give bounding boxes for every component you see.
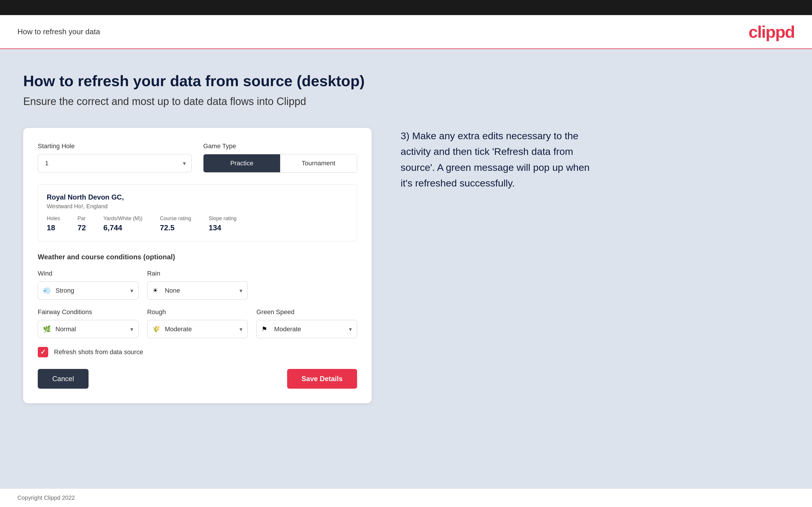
logo: clippd [749, 22, 795, 42]
fairway-label: Fairway Conditions [38, 308, 139, 316]
tournament-button[interactable]: Tournament [280, 154, 357, 172]
yards-value: 6,744 [103, 223, 143, 232]
green-speed-select[interactable]: Moderate Slow Fast [256, 320, 357, 338]
course-rating-value: 72.5 [160, 223, 191, 232]
rough-select[interactable]: Moderate Light Heavy [147, 320, 248, 338]
course-rating-label: Course rating [160, 216, 191, 222]
game-type-label: Game Type [203, 143, 357, 150]
refresh-checkbox-label: Refresh shots from data source [54, 348, 143, 356]
holes-label: Holes [47, 216, 60, 222]
header-bar: How to refresh your data clippd [0, 15, 812, 49]
rain-label: Rain [147, 270, 248, 277]
starting-hole-group: Starting Hole 1 2 10 ▾ [38, 143, 192, 173]
slope-rating: Slope rating 134 [209, 216, 237, 232]
slope-rating-value: 134 [209, 223, 237, 232]
yards-label: Yards/White (M)) [103, 216, 143, 222]
empty-slot [256, 270, 357, 300]
course-stats: Holes 18 Par 72 Yards/White (M)) 6,744 [47, 216, 348, 232]
footer: Copyright Clippd 2022 [0, 489, 812, 507]
course-par: Par 72 [78, 216, 86, 232]
footer-copyright: Copyright Clippd 2022 [17, 495, 75, 501]
conditions-row: Fairway Conditions 🌿 Normal Soft Firm ▾ [38, 308, 357, 338]
game-type-group: Game Type Practice Tournament [203, 143, 357, 173]
weather-rain-row: Wind 💨 Strong Calm Moderate ▾ Rai [38, 270, 357, 300]
top-bar [0, 0, 812, 15]
wind-label: Wind [38, 270, 139, 277]
form-card: Starting Hole 1 2 10 ▾ Game Type [23, 128, 371, 403]
rough-label: Rough [147, 308, 248, 316]
course-name: Royal North Devon GC, [47, 193, 348, 201]
practice-button[interactable]: Practice [204, 154, 280, 172]
wind-select[interactable]: Strong Calm Moderate [38, 281, 139, 300]
weather-section-title: Weather and course conditions (optional) [38, 253, 357, 261]
starting-hole-select[interactable]: 1 2 10 [38, 154, 192, 172]
rough-select-wrapper[interactable]: 🌾 Moderate Light Heavy ▾ [147, 320, 248, 338]
refresh-checkbox[interactable]: ✓ [38, 347, 48, 357]
par-label: Par [78, 216, 86, 222]
fairway-select-wrapper[interactable]: 🌿 Normal Soft Firm ▾ [38, 320, 139, 338]
course-holes: Holes 18 [47, 216, 60, 232]
holes-value: 18 [47, 223, 60, 232]
content-area: Starting Hole 1 2 10 ▾ Game Type [23, 128, 789, 403]
green-speed-select-wrapper[interactable]: ⚑ Moderate Slow Fast ▾ [256, 320, 357, 338]
green-speed-group: Green Speed ⚑ Moderate Slow Fast ▾ [256, 308, 357, 338]
par-value: 72 [78, 223, 86, 232]
wind-select-wrapper[interactable]: 💨 Strong Calm Moderate ▾ [38, 281, 139, 300]
green-speed-label: Green Speed [256, 308, 357, 316]
course-yards: Yards/White (M)) 6,744 [103, 216, 143, 232]
course-location: Westward Ho!, England [47, 203, 348, 210]
cancel-button[interactable]: Cancel [38, 369, 89, 389]
course-rating: Course rating 72.5 [160, 216, 191, 232]
game-type-buttons: Practice Tournament [203, 154, 357, 173]
right-description: 3) Make any extra edits necessary to the… [401, 128, 604, 191]
refresh-checkbox-row[interactable]: ✓ Refresh shots from data source [38, 347, 357, 357]
right-description-text: 3) Make any extra edits necessary to the… [401, 128, 604, 191]
wind-group: Wind 💨 Strong Calm Moderate ▾ [38, 270, 139, 300]
main-section: How to refresh your data from source (de… [0, 49, 812, 489]
checkmark-icon: ✓ [40, 348, 46, 356]
save-details-button[interactable]: Save Details [287, 369, 357, 389]
breadcrumb: How to refresh your data [17, 27, 100, 36]
starting-hole-label: Starting Hole [38, 143, 192, 150]
starting-hole-select-wrapper[interactable]: 1 2 10 ▾ [38, 154, 192, 172]
fairway-group: Fairway Conditions 🌿 Normal Soft Firm ▾ [38, 308, 139, 338]
course-info-box: Royal North Devon GC, Westward Ho!, Engl… [38, 184, 357, 241]
rain-select-wrapper[interactable]: ☀ None Light Heavy ▾ [147, 281, 248, 300]
slope-rating-label: Slope rating [209, 216, 237, 222]
rain-select[interactable]: None Light Heavy [147, 281, 248, 300]
page-title: How to refresh your data from source (de… [23, 72, 789, 90]
rain-group: Rain ☀ None Light Heavy ▾ [147, 270, 248, 300]
form-row-1: Starting Hole 1 2 10 ▾ Game Type [38, 143, 357, 173]
rough-group: Rough 🌾 Moderate Light Heavy ▾ [147, 308, 248, 338]
buttons-row: Cancel Save Details [38, 369, 357, 389]
fairway-select[interactable]: Normal Soft Firm [38, 320, 139, 338]
page-subtitle: Ensure the correct and most up to date d… [23, 96, 789, 108]
